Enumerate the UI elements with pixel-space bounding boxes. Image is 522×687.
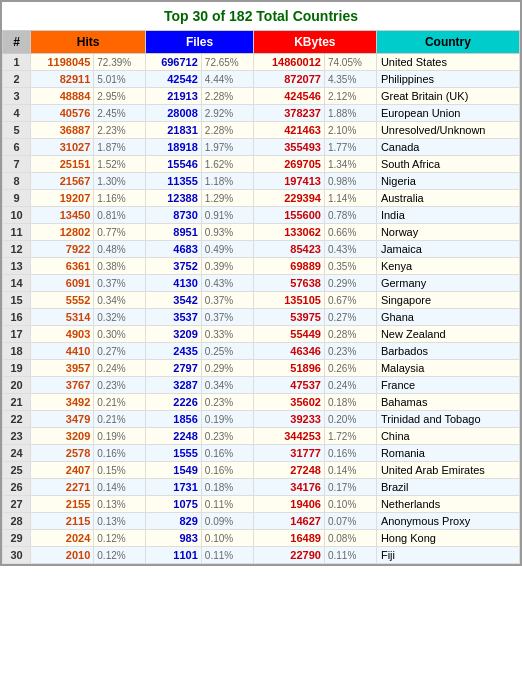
table-row: 22 3479 0.21% 1856 0.19% 39233 0.20% Tri…	[3, 411, 520, 428]
row-kb: 27248	[253, 462, 324, 479]
row-country: Philippines	[376, 71, 519, 88]
row-files: 2248	[146, 428, 202, 445]
row-kb: 39233	[253, 411, 324, 428]
row-country: Netherlands	[376, 496, 519, 513]
row-country: Hong Kong	[376, 530, 519, 547]
table-row: 25 2407 0.15% 1549 0.16% 27248 0.14% Uni…	[3, 462, 520, 479]
row-kb-pct: 0.20%	[324, 411, 376, 428]
row-kb: 424546	[253, 88, 324, 105]
row-kb-pct: 0.98%	[324, 173, 376, 190]
row-files: 28008	[146, 105, 202, 122]
row-files: 4130	[146, 275, 202, 292]
row-kb: 34176	[253, 479, 324, 496]
col-header-country: Country	[376, 31, 519, 54]
row-kb-pct: 0.14%	[324, 462, 376, 479]
row-hits-pct: 0.16%	[94, 445, 146, 462]
row-country: United Arab Emirates	[376, 462, 519, 479]
row-kb: 133062	[253, 224, 324, 241]
row-kb-pct: 2.10%	[324, 122, 376, 139]
row-country: Trinidad and Tobago	[376, 411, 519, 428]
row-kb-pct: 0.67%	[324, 292, 376, 309]
row-num: 2	[3, 71, 31, 88]
row-files-pct: 0.33%	[201, 326, 253, 343]
row-hits: 25151	[31, 156, 94, 173]
row-hits-pct: 0.15%	[94, 462, 146, 479]
row-files-pct: 2.28%	[201, 88, 253, 105]
row-num: 25	[3, 462, 31, 479]
row-hits: 5552	[31, 292, 94, 309]
row-kb: 35602	[253, 394, 324, 411]
table-row: 1 1198045 72.39% 696712 72.65% 14860012 …	[3, 54, 520, 71]
row-country: Kenya	[376, 258, 519, 275]
row-num: 4	[3, 105, 31, 122]
row-files: 42542	[146, 71, 202, 88]
row-country: New Zealand	[376, 326, 519, 343]
row-country: Unresolved/Unknown	[376, 122, 519, 139]
col-header-kbytes: KBytes	[253, 31, 376, 54]
row-hits: 4903	[31, 326, 94, 343]
row-kb: 31777	[253, 445, 324, 462]
row-country: Ghana	[376, 309, 519, 326]
table-row: 6 31027 1.87% 18918 1.97% 355493 1.77% C…	[3, 139, 520, 156]
table-row: 26 2271 0.14% 1731 0.18% 34176 0.17% Bra…	[3, 479, 520, 496]
row-hits: 4410	[31, 343, 94, 360]
table-row: 16 5314 0.32% 3537 0.37% 53975 0.27% Gha…	[3, 309, 520, 326]
row-kb-pct: 2.12%	[324, 88, 376, 105]
row-kb: 16489	[253, 530, 324, 547]
row-files-pct: 0.37%	[201, 292, 253, 309]
row-num: 20	[3, 377, 31, 394]
row-kb-pct: 0.43%	[324, 241, 376, 258]
table-row: 8 21567 1.30% 11355 1.18% 197413 0.98% N…	[3, 173, 520, 190]
row-num: 26	[3, 479, 31, 496]
table-row: 5 36887 2.23% 21831 2.28% 421463 2.10% U…	[3, 122, 520, 139]
row-kb-pct: 1.88%	[324, 105, 376, 122]
row-hits-pct: 0.37%	[94, 275, 146, 292]
row-country: Anonymous Proxy	[376, 513, 519, 530]
row-hits: 2271	[31, 479, 94, 496]
row-hits: 3957	[31, 360, 94, 377]
col-header-num: #	[3, 31, 31, 54]
table-header-row: # Hits Files KBytes Country	[3, 31, 520, 54]
table-row: 2 82911 5.01% 42542 4.44% 872077 4.35% P…	[3, 71, 520, 88]
row-kb: 55449	[253, 326, 324, 343]
row-kb: 197413	[253, 173, 324, 190]
row-files: 15546	[146, 156, 202, 173]
row-hits-pct: 0.32%	[94, 309, 146, 326]
row-files: 1549	[146, 462, 202, 479]
row-hits: 48884	[31, 88, 94, 105]
row-kb: 344253	[253, 428, 324, 445]
row-kb: 155600	[253, 207, 324, 224]
row-files-pct: 0.19%	[201, 411, 253, 428]
table-row: 9 19207 1.16% 12388 1.29% 229394 1.14% A…	[3, 190, 520, 207]
row-hits-pct: 0.27%	[94, 343, 146, 360]
row-num: 30	[3, 547, 31, 564]
row-kb: 378237	[253, 105, 324, 122]
row-files-pct: 2.28%	[201, 122, 253, 139]
row-num: 29	[3, 530, 31, 547]
row-files-pct: 1.97%	[201, 139, 253, 156]
row-kb-pct: 1.14%	[324, 190, 376, 207]
row-hits: 2155	[31, 496, 94, 513]
table-row: 13 6361 0.38% 3752 0.39% 69889 0.35% Ken…	[3, 258, 520, 275]
row-hits-pct: 0.14%	[94, 479, 146, 496]
row-country: Malaysia	[376, 360, 519, 377]
row-hits: 31027	[31, 139, 94, 156]
row-hits-pct: 2.45%	[94, 105, 146, 122]
row-hits-pct: 0.19%	[94, 428, 146, 445]
row-kb: 53975	[253, 309, 324, 326]
row-hits: 2407	[31, 462, 94, 479]
row-hits: 82911	[31, 71, 94, 88]
row-hits-pct: 0.48%	[94, 241, 146, 258]
row-files-pct: 0.39%	[201, 258, 253, 275]
row-kb-pct: 0.16%	[324, 445, 376, 462]
row-num: 19	[3, 360, 31, 377]
row-files-pct: 4.44%	[201, 71, 253, 88]
row-files-pct: 0.09%	[201, 513, 253, 530]
row-num: 6	[3, 139, 31, 156]
row-hits: 7922	[31, 241, 94, 258]
row-kb: 421463	[253, 122, 324, 139]
row-num: 23	[3, 428, 31, 445]
row-country: Barbados	[376, 343, 519, 360]
row-hits: 3767	[31, 377, 94, 394]
row-kb-pct: 0.35%	[324, 258, 376, 275]
